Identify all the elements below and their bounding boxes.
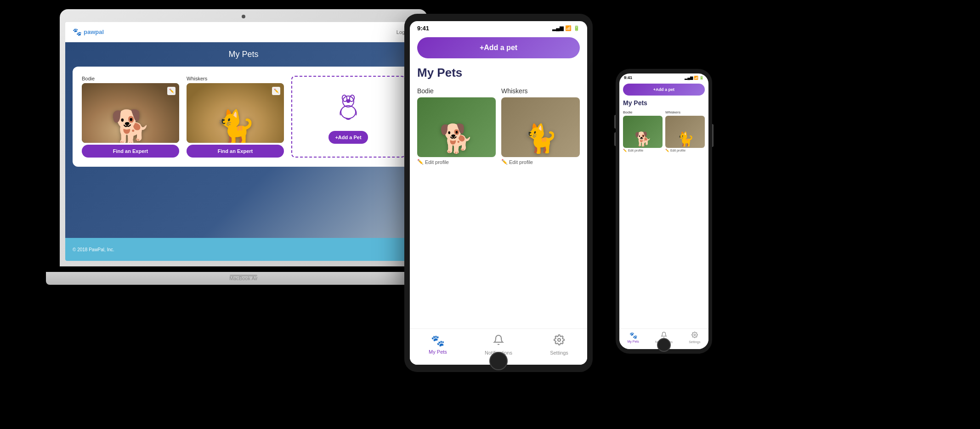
laptop-bodie-edit-icon[interactable]: ✏️ (167, 87, 176, 95)
tablet-nav-my-pets[interactable]: 🐾 My Pets (429, 334, 447, 356)
tablet-pets-grid: Bodie 🐕 ✏️ Edit profile Whiskers 🐈 (410, 84, 587, 169)
laptop-add-pet-btn[interactable]: +Add a Pet (329, 131, 368, 144)
phone-gear-nav-icon (691, 332, 698, 339)
phone-my-pets-nav-label: My Pets (628, 340, 639, 343)
phone-status-icons: ▂▄▆ 📶 🔋 (685, 76, 704, 80)
tablet-add-pet-btn[interactable]: +Add a pet (417, 37, 580, 58)
laptop-pets-card: Bodie 🐕 ✏️ Find an Expert (73, 67, 414, 167)
phone-vol-down (614, 132, 616, 146)
phone-nav-my-pets[interactable]: 🐾 My Pets (628, 332, 639, 344)
laptop-pet-bodie: Bodie 🐕 ✏️ Find an Expert (82, 76, 179, 158)
phone-add-pet-btn[interactable]: +Add a pet (623, 84, 705, 96)
my-pets-nav-label: My Pets (429, 349, 447, 355)
paw-nav-icon: 🐾 (431, 334, 445, 347)
laptop-whiskers-find-expert-btn[interactable]: Find an Expert (187, 145, 284, 158)
tablet-whiskers-photo: 🐈 (501, 97, 580, 157)
phone-bodie-photo (623, 116, 663, 148)
tablet-pet-whiskers: Whiskers 🐈 ✏️ Edit profile (501, 87, 580, 165)
tablet-whiskers-edit-link[interactable]: ✏️ Edit profile (501, 159, 580, 165)
phone-wifi-icon: 📶 (694, 76, 698, 80)
bell-nav-icon (493, 334, 504, 348)
laptop-footer: © 2018 PawPal, Inc. (65, 238, 422, 261)
phone-status-bar: 9:41 ▂▄▆ 📶 🔋 (619, 73, 708, 82)
dog-illustration-icon (332, 90, 364, 126)
laptop-pet-bodie-name: Bodie (82, 76, 179, 81)
laptop-body: 🐾 pawpal Log Out My Pets Bodie (60, 9, 427, 266)
phone-nav-settings[interactable]: Settings (689, 332, 700, 344)
phone-pet-whiskers: Whiskers ✏️ Edit profile (665, 110, 705, 152)
phone-device: 9:41 ▂▄▆ 📶 🔋 +Add a pet My Pets Bodie (616, 69, 712, 354)
phone-paw-nav-icon: 🐾 (629, 332, 637, 339)
phone-side-button (712, 124, 714, 147)
phone-whiskers-photo (665, 116, 705, 148)
phone-bodie-label: Bodie (623, 110, 663, 114)
phone-vol-up (614, 115, 616, 129)
settings-nav-label: Settings (550, 350, 568, 356)
phone-volume-buttons (614, 115, 616, 146)
svg-point-6 (694, 334, 696, 336)
battery-icon: 🔋 (573, 25, 580, 31)
paw-icon: 🐾 (73, 28, 82, 36)
phone-battery-icon: 🔋 (699, 76, 704, 80)
phone-home-button[interactable] (657, 338, 671, 352)
laptop-bodie-find-expert-btn[interactable]: Find an Expert (82, 145, 179, 158)
gear-nav-icon (554, 334, 565, 348)
tablet-my-pets-title: My Pets (410, 62, 587, 84)
laptop-camera (242, 15, 245, 18)
laptop-device: 🐾 pawpal Log Out My Pets Bodie (60, 9, 427, 285)
laptop-whiskers-edit-icon[interactable]: ✏️ (272, 87, 280, 95)
laptop-logo: 🐾 pawpal (73, 28, 104, 36)
laptop-base (46, 272, 441, 285)
tablet-bodie-edit-link[interactable]: ✏️ Edit profile (417, 159, 496, 165)
phone-whiskers-label: Whiskers (665, 110, 705, 114)
laptop-header: 🐾 pawpal Log Out (65, 22, 422, 42)
scene: 🐾 pawpal Log Out My Pets Bodie (0, 0, 980, 429)
phone-pet-bodie: Bodie ✏️ Edit profile (623, 110, 663, 152)
phone-settings-nav-label: Settings (689, 340, 700, 344)
tablet-body: 9:41 ▂▄▆ 📶 🔋 +Add a pet My Pets Bodie (404, 14, 593, 372)
laptop-page-title: My Pets (73, 50, 414, 59)
tablet-device: 9:41 ▂▄▆ 📶 🔋 +Add a pet My Pets Bodie (404, 14, 593, 372)
laptop-copyright: © 2018 PawPal, Inc. (73, 247, 114, 252)
phone-whiskers-edit[interactable]: ✏️ Edit profile (665, 149, 705, 152)
phone-pets-grid: Bodie ✏️ Edit profile Whiskers ✏️ Edit p… (619, 108, 708, 154)
svg-point-5 (558, 339, 561, 341)
tablet-status-bar: 9:41 ▂▄▆ 📶 🔋 (410, 21, 587, 34)
logo-text: pawpal (84, 28, 104, 35)
tablet-screen: 9:41 ▂▄▆ 📶 🔋 +Add a pet My Pets Bodie (410, 21, 587, 365)
tablet-bodie-name: Bodie (417, 87, 496, 95)
laptop-pet-whiskers-name: Whiskers (187, 76, 284, 81)
phone-body: 9:41 ▂▄▆ 📶 🔋 +Add a pet My Pets Bodie (616, 69, 712, 354)
tablet-status-icons: ▂▄▆ 📶 🔋 (552, 25, 580, 31)
phone-my-pets-title: My Pets (619, 97, 708, 108)
svg-point-1 (341, 106, 356, 119)
tablet-pet-bodie: Bodie 🐕 ✏️ Edit profile (417, 87, 496, 165)
tablet-bodie-photo: 🐕 (417, 97, 496, 157)
signal-icon: ▂▄▆ (552, 25, 563, 31)
laptop-screen: 🐾 pawpal Log Out My Pets Bodie (65, 22, 422, 261)
wifi-icon: 📶 (565, 25, 572, 31)
tablet-nav-settings[interactable]: Settings (550, 334, 568, 356)
laptop-pet-whiskers: Whiskers 🐈 ✏️ Find an Expert (187, 76, 284, 158)
phone-time: 9:41 (624, 75, 632, 80)
tablet-time: 9:41 (417, 25, 429, 32)
phone-signal-icon: ▂▄▆ (685, 76, 693, 80)
laptop-main: My Pets Bodie 🐕 ✏️ (65, 42, 422, 238)
pencil-icon: ✏️ (501, 159, 508, 165)
phone-screen: 9:41 ▂▄▆ 📶 🔋 +Add a pet My Pets Bodie (619, 73, 708, 349)
pencil-icon: ✏️ (417, 159, 424, 165)
laptop-pets-row: Bodie 🐕 ✏️ Find an Expert (82, 76, 405, 158)
tablet-whiskers-name: Whiskers (501, 87, 580, 95)
laptop-add-pet-card: +Add a Pet (291, 76, 405, 158)
phone-bodie-edit[interactable]: ✏️ Edit profile (623, 149, 663, 152)
tablet-home-button[interactable] (489, 352, 508, 370)
